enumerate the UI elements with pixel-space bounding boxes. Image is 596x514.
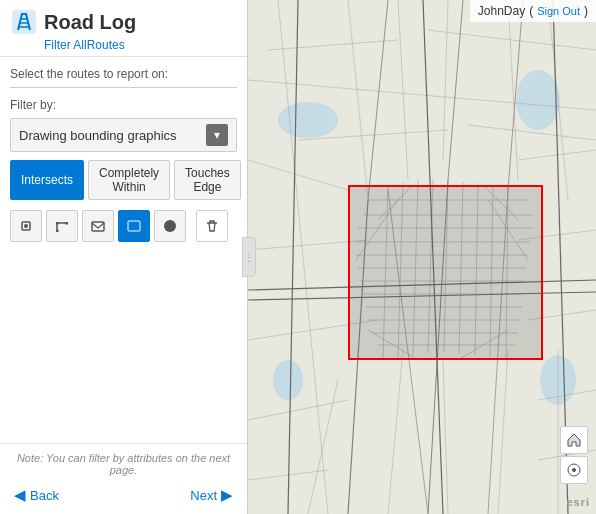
- filter-buttons: Intersects Completely Within Touches Edg…: [10, 160, 237, 200]
- sign-out-link[interactable]: Sign Out: [537, 5, 580, 17]
- panel-header: Road Log Filter AllRoutes: [0, 0, 247, 57]
- user-info: JohnDay (Sign Out): [470, 0, 596, 22]
- map-controls: [560, 426, 588, 484]
- panel-title: Road Log: [10, 8, 237, 36]
- home-icon: [566, 432, 582, 448]
- road-icon: [10, 8, 38, 36]
- svg-point-8: [164, 220, 176, 232]
- left-panel: Road Log Filter AllRoutes Select the rou…: [0, 0, 248, 514]
- map-svg: [248, 0, 596, 514]
- panel-footer: Note: You can filter by attributes on th…: [0, 443, 247, 514]
- svg-point-11: [516, 70, 560, 130]
- rectangle-tool-button[interactable]: [118, 210, 150, 242]
- note-text: Note: You can filter by attributes on th…: [10, 452, 237, 476]
- dropdown-arrow-icon: ▾: [206, 124, 228, 146]
- polyline-tool-button[interactable]: [46, 210, 78, 242]
- draw-tools: [10, 210, 237, 242]
- app-title: Road Log: [44, 11, 136, 34]
- svg-point-13: [273, 360, 303, 400]
- compass-icon: [566, 462, 582, 478]
- collapse-handle[interactable]: ⋮: [242, 237, 256, 277]
- next-label: Next: [190, 488, 217, 503]
- next-arrow-icon: ▶: [221, 486, 233, 504]
- drawing-dropdown[interactable]: Drawing bounding graphics ▾: [10, 118, 237, 152]
- filter-by-label: Filter by:: [10, 98, 237, 112]
- point-icon: [18, 218, 34, 234]
- panel-body: Select the routes to report on: Filter b…: [0, 57, 247, 443]
- svg-rect-7: [128, 221, 140, 231]
- zoom-button[interactable]: [560, 456, 588, 484]
- filter-link[interactable]: Filter AllRoutes: [44, 38, 237, 52]
- circle-tool-button[interactable]: [154, 210, 186, 242]
- username: JohnDay: [478, 4, 525, 18]
- divider: [10, 87, 237, 88]
- user-bar: JohnDay (Sign Out): [470, 0, 596, 22]
- home-button[interactable]: [560, 426, 588, 454]
- polyline-icon: [54, 218, 70, 234]
- completely-within-button[interactable]: Completely Within: [88, 160, 170, 200]
- nav-buttons: ◀ Back Next ▶: [10, 484, 237, 506]
- map-area[interactable]: JohnDay (Sign Out): [248, 0, 596, 514]
- svg-rect-3: [56, 222, 59, 225]
- rectangle-icon: [126, 218, 142, 234]
- next-button[interactable]: Next ▶: [186, 484, 237, 506]
- svg-rect-4: [66, 222, 69, 225]
- point-tool-button[interactable]: [10, 210, 42, 242]
- back-label: Back: [30, 488, 59, 503]
- delete-button[interactable]: [196, 210, 228, 242]
- svg-rect-5: [56, 230, 59, 233]
- touches-edge-button[interactable]: Touches Edge: [174, 160, 241, 200]
- circle-icon: [162, 218, 178, 234]
- trash-icon: [204, 218, 220, 234]
- dropdown-value: Drawing bounding graphics: [19, 128, 206, 143]
- freehand-tool-button[interactable]: [82, 210, 114, 242]
- back-arrow-icon: ◀: [14, 486, 26, 504]
- intersects-button[interactable]: Intersects: [10, 160, 84, 200]
- freehand-icon: [90, 218, 106, 234]
- select-label: Select the routes to report on:: [10, 67, 237, 81]
- svg-point-10: [278, 102, 338, 138]
- esri-logo: esri: [566, 496, 590, 508]
- back-button[interactable]: ◀ Back: [10, 484, 63, 506]
- svg-rect-6: [92, 222, 104, 231]
- svg-point-2: [24, 224, 28, 228]
- svg-point-80: [572, 468, 576, 472]
